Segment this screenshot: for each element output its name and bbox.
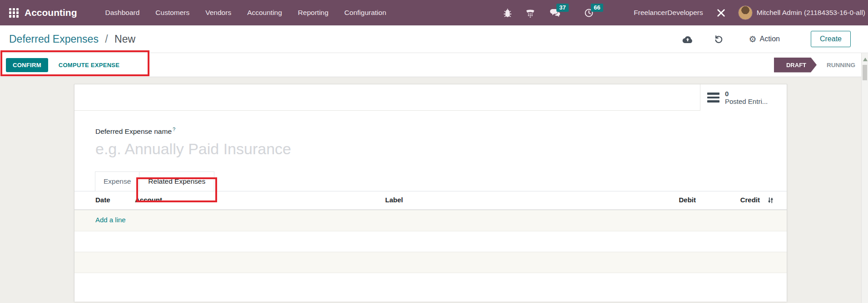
menu-customers[interactable]: Customers xyxy=(155,9,189,17)
scrollbar-up-arrow-icon[interactable] xyxy=(863,58,868,61)
tab-related-expenses[interactable]: Related Expenses xyxy=(139,171,214,191)
form-statusbar: CONFIRM COMPUTE EXPENSE DRAFT RUNNING xyxy=(0,53,868,77)
tab-expense[interactable]: Expense xyxy=(95,171,139,191)
col-header-date[interactable]: Date xyxy=(95,196,110,204)
top-navbar: Accounting Dashboard Customers Vendors A… xyxy=(0,0,868,25)
state-running[interactable]: RUNNING xyxy=(827,62,855,68)
menu-dashboard[interactable]: Dashboard xyxy=(105,9,140,17)
table-row xyxy=(74,273,787,293)
posted-entries-label: Posted Entri... xyxy=(725,98,768,106)
add-a-line-link[interactable]: Add a line xyxy=(95,216,126,224)
tools-icon[interactable] xyxy=(716,8,726,18)
breadcrumb: Deferred Expenses / New xyxy=(9,33,135,45)
col-header-credit[interactable]: Credit xyxy=(740,196,760,204)
col-header-label[interactable]: Label xyxy=(385,196,403,204)
posted-entries-count: 0 xyxy=(725,90,768,98)
notebook-tabs: Expense Related Expenses xyxy=(74,171,787,191)
debug-bug-icon[interactable] xyxy=(503,8,512,18)
menu-accounting[interactable]: Accounting xyxy=(247,9,282,17)
undo-icon[interactable] xyxy=(714,34,723,44)
activities-count-badge: 66 xyxy=(591,4,603,12)
breadcrumb-deferred-expenses[interactable]: Deferred Expenses xyxy=(9,33,99,45)
table-row xyxy=(74,252,787,273)
menu-vendors[interactable]: Vendors xyxy=(205,9,231,17)
breadcrumb-new: New xyxy=(114,33,135,45)
action-menu-label: Action xyxy=(760,35,780,43)
deferred-expense-name-input[interactable] xyxy=(95,140,504,158)
messages-icon[interactable]: 37 xyxy=(550,8,560,17)
confirm-button[interactable]: CONFIRM xyxy=(6,58,48,72)
gear-icon: ⚙ xyxy=(749,35,756,44)
compute-expense-button[interactable]: COMPUTE EXPENSE xyxy=(54,58,124,72)
main-menu: Dashboard Customers Vendors Accounting R… xyxy=(105,9,387,17)
deferred-expense-name-label: Deferred Expense name xyxy=(95,127,172,135)
journal-entries-icon xyxy=(707,93,719,103)
content-area: 0 Posted Entri... Deferred Expense name?… xyxy=(0,77,861,303)
help-question-icon[interactable]: ? xyxy=(173,127,175,132)
table-header-row: Date Account Label Debit Credit xyxy=(74,191,787,210)
menu-configuration[interactable]: Configuration xyxy=(344,9,386,17)
add-line-row: Add a line xyxy=(74,210,787,231)
stat-button-row: 0 Posted Entri... xyxy=(74,84,787,111)
col-header-account[interactable]: Account xyxy=(135,196,162,204)
state-widget: DRAFT RUNNING xyxy=(774,58,855,73)
scrollbar-thumb[interactable] xyxy=(863,65,867,80)
state-draft[interactable]: DRAFT xyxy=(774,58,817,73)
menu-reporting[interactable]: Reporting xyxy=(298,9,328,17)
control-panel: Deferred Expenses / New ⚙ Action C xyxy=(0,25,868,53)
optional-columns-icon[interactable] xyxy=(767,197,774,205)
apps-grid-icon[interactable] xyxy=(9,8,19,18)
create-button[interactable]: Create xyxy=(811,31,851,47)
activities-clock-icon[interactable]: 66 xyxy=(584,8,594,18)
action-menu[interactable]: ⚙ Action xyxy=(749,35,780,44)
company-switcher[interactable]: FreelancerDevelopers xyxy=(634,9,703,17)
form-sheet: 0 Posted Entri... Deferred Expense name?… xyxy=(74,84,787,302)
user-avatar[interactable] xyxy=(738,5,753,20)
vertical-scrollbar[interactable] xyxy=(861,53,868,303)
voip-phone-icon[interactable] xyxy=(526,8,535,18)
cloud-save-icon[interactable] xyxy=(682,35,693,44)
app-title[interactable]: Accounting xyxy=(25,7,77,18)
user-menu[interactable]: Mitchell Admin (21184353-16-0-all) xyxy=(757,9,865,17)
posted-entries-stat-button[interactable]: 0 Posted Entri... xyxy=(700,84,787,111)
col-header-debit[interactable]: Debit xyxy=(679,196,696,204)
messages-count-badge: 37 xyxy=(556,4,568,12)
table-row xyxy=(74,231,787,252)
breadcrumb-separator: / xyxy=(105,33,108,45)
